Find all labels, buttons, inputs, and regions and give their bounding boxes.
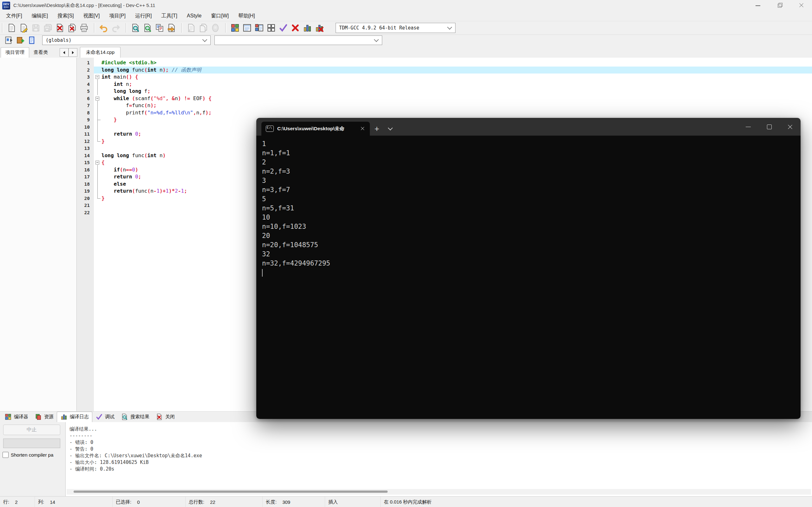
- line-number: 9: [77, 116, 94, 124]
- menu-item-view[interactable]: 视图[V]: [79, 11, 105, 21]
- profile-icon[interactable]: [302, 22, 313, 34]
- line-number: 6: [77, 95, 94, 102]
- status-label: 插入: [328, 499, 338, 505]
- chevron-down-icon: [388, 125, 393, 130]
- menu-item-help[interactable]: 帮助[H]: [234, 11, 259, 21]
- menu-item-file[interactable]: 文件[F]: [1, 11, 27, 21]
- menu-item-tools[interactable]: 工具[T]: [156, 11, 182, 21]
- terminal-new-tab-button[interactable]: +: [370, 122, 384, 135]
- terminal-tab[interactable]: C:\ C:\Users\xuwei\Desktop\未命: [261, 122, 370, 135]
- report-tab-compile-log[interactable]: 编译日志: [57, 412, 92, 422]
- menu-item-astyle[interactable]: AStyle: [182, 11, 206, 20]
- terminal-maximize-button[interactable]: [759, 118, 780, 135]
- titlebar: DEVC++ C:\Users\xuwei\Desktop\未命名14.cpp …: [0, 0, 812, 11]
- abort-compilation-icon[interactable]: [290, 22, 301, 34]
- replace-icon[interactable]: [154, 22, 165, 34]
- editor-tab[interactable]: 未命名14.cpp: [80, 47, 120, 58]
- report-tab-compiler[interactable]: 编译器: [1, 412, 32, 422]
- toolbar-group-2: [124, 22, 180, 34]
- print-icon[interactable]: [78, 22, 90, 34]
- fold-collapse-icon[interactable]: [94, 159, 101, 166]
- globals-select[interactable]: (globals): [42, 36, 211, 45]
- close-all-icon[interactable]: [66, 22, 78, 34]
- close-file-icon[interactable]: [54, 22, 66, 34]
- line-number: 22: [77, 209, 94, 216]
- code-text: long long f;: [101, 88, 812, 95]
- compile-icon[interactable]: [229, 22, 241, 34]
- code-line-3[interactable]: 3int main() {: [77, 73, 812, 81]
- minimize-button[interactable]: [747, 0, 769, 11]
- report-tab-debug[interactable]: 调试: [92, 412, 118, 422]
- compiler-select-value: TDM-GCC 4.9.2 64-bit Release: [339, 25, 419, 31]
- compiler-select[interactable]: TDM-GCC 4.9.2 64-bit Release: [336, 23, 455, 33]
- tab-strip: 项目管理查看类 未命名14.cpp: [0, 46, 812, 58]
- find-icon[interactable]: [130, 22, 141, 34]
- code-line-7[interactable]: 7 f=func(n);: [77, 102, 812, 109]
- members-select[interactable]: [214, 36, 382, 45]
- code-line-1[interactable]: 1#include <stdio.h>: [77, 59, 812, 66]
- checkbox-unchecked-icon[interactable]: [3, 452, 9, 458]
- tab-scroll-left-button[interactable]: [60, 48, 68, 57]
- terminal-tab-close-button[interactable]: [358, 124, 367, 133]
- project-new-icon[interactable]: [3, 35, 14, 46]
- fold-collapse-icon[interactable]: [94, 95, 101, 102]
- status-label: 在 0.016 秒内完成解析: [384, 499, 432, 505]
- statusbar: 行:2列:14已选择:0总行数:22长度:309插入在 0.016 秒内完成解析: [0, 496, 812, 507]
- menu-item-search[interactable]: 搜索[S]: [53, 11, 79, 21]
- profile-delete-icon[interactable]: [314, 22, 325, 34]
- code-line-6[interactable]: 6 while (scanf("%d", &n) != EOF) {: [77, 95, 812, 102]
- menu-item-project[interactable]: 项目[P]: [104, 11, 131, 21]
- project-add-icon[interactable]: [15, 35, 26, 46]
- log-horizontal-scrollbar[interactable]: [67, 489, 811, 495]
- terminal-minimize-button[interactable]: [738, 118, 759, 135]
- fold-column: [94, 81, 101, 88]
- report-tab-close[interactable]: 关闭: [153, 412, 178, 422]
- shorten-compiler-paths-option[interactable]: Shorten compiler pa: [3, 452, 65, 458]
- report-tab-search-results[interactable]: 搜索结果: [118, 412, 153, 422]
- replace-all-icon[interactable]: [166, 22, 177, 34]
- close-button[interactable]: [791, 0, 812, 11]
- chevron-down-icon: [447, 25, 452, 30]
- code-line-8[interactable]: 8 printf("n=%d,f=%lld\n",n,f);: [77, 109, 812, 117]
- compile-run-icon[interactable]: [253, 22, 265, 34]
- sidebar-tab-project-manager[interactable]: 项目管理: [1, 47, 29, 58]
- line-number: 1: [77, 59, 94, 66]
- restore-button[interactable]: [769, 0, 791, 11]
- rebuild-all-icon[interactable]: [265, 22, 277, 34]
- line-number: 5: [77, 88, 94, 95]
- syntax-check-icon[interactable]: [277, 22, 289, 34]
- toolbar-group-3: [180, 22, 223, 34]
- undo-icon[interactable]: [98, 22, 109, 34]
- line-number: 8: [77, 109, 94, 117]
- menu-item-run[interactable]: 运行[R]: [131, 11, 156, 21]
- terminal-tab-dropdown-button[interactable]: [384, 122, 397, 135]
- fold-column: [94, 109, 101, 117]
- resource-tab-icon: [35, 413, 42, 420]
- code-line-5[interactable]: 5 long long f;: [77, 88, 812, 95]
- menu-item-edit[interactable]: 编辑[E]: [27, 11, 53, 21]
- terminal-titlebar[interactable]: C:\ C:\Users\xuwei\Desktop\未命 +: [256, 118, 801, 135]
- status-value: 22: [210, 499, 215, 505]
- log-line: 编译结果...: [69, 426, 809, 433]
- report-tab-resource[interactable]: 资源: [32, 412, 57, 422]
- status-segment-1: 列:14: [35, 497, 113, 507]
- report-panel: 中止 Shorten compiler pa 编译结果...--------- …: [0, 422, 812, 496]
- sidebar-tab-class-view[interactable]: 查看类: [29, 48, 52, 58]
- menu-item-window[interactable]: 窗口[W]: [206, 11, 234, 21]
- new-file-icon[interactable]: [6, 22, 17, 34]
- open-file-icon[interactable]: [18, 22, 30, 34]
- fold-column: [94, 202, 101, 209]
- run-icon[interactable]: [241, 22, 253, 34]
- project-remove-icon[interactable]: [26, 35, 37, 46]
- scrollbar-thumb[interactable]: [73, 491, 388, 493]
- fold-column: [94, 152, 101, 159]
- terminal-cursor: [262, 269, 263, 277]
- terminal-close-button[interactable]: [780, 118, 801, 135]
- fold-collapse-icon[interactable]: [94, 73, 101, 81]
- terminal-output[interactable]: 1n=1,f=12n=2,f=33n=3,f=75n=5,f=3110n=10,…: [256, 135, 801, 419]
- status-label: 行:: [3, 499, 9, 505]
- code-line-4[interactable]: 4 int n;: [77, 81, 812, 88]
- code-line-2[interactable]: 2long long func(int n); // 函数声明: [77, 66, 812, 74]
- find-in-files-icon[interactable]: [142, 22, 153, 34]
- tab-scroll-right-button[interactable]: [68, 48, 78, 57]
